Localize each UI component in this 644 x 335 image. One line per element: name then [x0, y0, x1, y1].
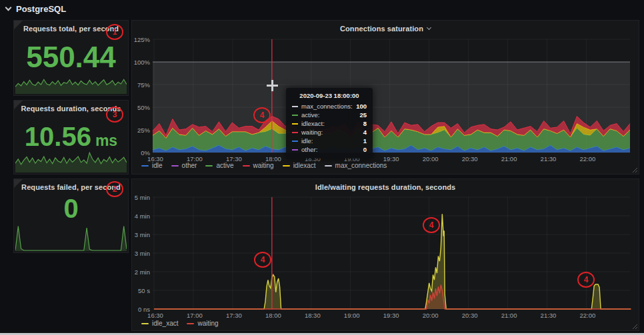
row-title: PostgreSQL [16, 4, 66, 14]
tooltip-row: waiting:4 [292, 128, 367, 137]
legend-label: waiting [197, 320, 218, 327]
legend-color-dash [171, 165, 179, 167]
tooltip-series-dash [292, 106, 298, 107]
legend-label: active [216, 162, 233, 169]
y-axis-tick: 50 s [132, 287, 150, 294]
legend-item-active[interactable]: active [205, 162, 233, 169]
tooltip-row: other:0 [292, 145, 367, 154]
legend-color-dash [283, 165, 290, 167]
y-axis-tick: 5 min [132, 194, 150, 201]
x-axis-tick: 21:30 [535, 312, 562, 319]
connections-saturation-plot[interactable] [132, 21, 639, 158]
row-header-postgresql[interactable]: PostgreSQL [0, 0, 644, 17]
tooltip-series-label: max_connections: [301, 102, 353, 111]
annotation-circle-4: 4 [253, 107, 271, 123]
tooltip-row: idlexact:8 [292, 119, 367, 128]
x-axis-tick: 22:00 [574, 155, 601, 163]
crosshair-icon [267, 80, 278, 91]
tooltip-series-value: 0 [363, 145, 367, 154]
legend-label: idlexact [293, 162, 316, 169]
tooltip-row: idle:1 [292, 137, 367, 145]
chevron-down-icon [5, 4, 12, 11]
y-axis-tick: 125% [132, 36, 150, 43]
stat-number: 550.44 [26, 41, 116, 74]
legend-item-waiting[interactable]: waiting [187, 320, 218, 327]
legend-item-waiting[interactable]: waiting [243, 162, 274, 169]
legend-label: waiting [253, 162, 274, 169]
sparkline [15, 215, 127, 251]
annotation-circle-2: 2 [106, 181, 123, 197]
idle-waiting-plot[interactable] [132, 179, 639, 312]
legend-item-idle[interactable]: idle [141, 162, 163, 169]
x-axis-tick: 16:30 [142, 312, 169, 319]
grafana-dashboard: PostgreSQL Requests total, per second 55… [0, 0, 644, 335]
tooltip-rows: max_connections:100active:25idlexact:8wa… [292, 102, 367, 154]
legend-item-max_connections[interactable]: max_connections [325, 162, 387, 169]
tooltip-series-value: 4 [363, 128, 367, 137]
legend-label: idle_xact [152, 320, 178, 327]
tooltip-series-label: active: [301, 111, 319, 119]
tooltip-series-value: 1 [363, 137, 367, 145]
sparkline [15, 74, 127, 94]
legend-color-dash [141, 323, 149, 324]
panel-resize-handle[interactable] [631, 323, 638, 330]
annotation-circle-4: 4 [254, 252, 271, 268]
sparkline [15, 150, 127, 172]
y-axis-tick: 3 min [132, 231, 150, 238]
x-axis-tick: 21:00 [496, 155, 523, 163]
y-axis-tick: 25% [132, 127, 150, 134]
tooltip-series-value: 8 [363, 119, 367, 128]
legend-color-dash [187, 323, 194, 324]
legend-label: other [182, 162, 197, 169]
y-axis-tick: 2 min [132, 268, 150, 276]
tooltip-series-value: 25 [359, 111, 367, 119]
legend-label: idle [152, 162, 163, 169]
x-axis-tick: 20:30 [457, 312, 483, 319]
annotation-circle-3: 3 [106, 107, 123, 123]
x-axis-tick: 21:00 [496, 312, 523, 319]
x-axis-tick: 18:30 [299, 312, 326, 319]
tooltip-series-dash [292, 132, 298, 133]
legend-item-idle_xact[interactable]: idle_xact [141, 320, 178, 327]
tooltip-series-label: idle: [301, 137, 313, 145]
x-axis-tick: 19:30 [378, 312, 405, 319]
panel-idle-waiting-duration: Idle/waiting requests duration, seconds … [131, 178, 639, 331]
y-axis-tick: 100% [132, 59, 150, 66]
y-axis-tick: 50% [132, 104, 150, 111]
x-axis-tick: 22:00 [574, 312, 601, 319]
x-axis-tick: 19:00 [339, 312, 365, 319]
legend-label: max_connections [335, 162, 387, 169]
tooltip-timestamp: 2020-09-23 18:00:00 [292, 92, 367, 99]
tooltip-row: active:25 [292, 111, 367, 119]
stat-number: 10.56 [25, 122, 91, 152]
legend-item-other[interactable]: other [171, 162, 197, 169]
tooltip-series-dash [292, 149, 298, 151]
x-axis-tick: 21:30 [535, 155, 562, 163]
legend-color-dash [325, 165, 332, 167]
tooltip-row: max_connections:100 [292, 102, 367, 111]
annotation-circle-1: 1 [106, 24, 123, 40]
tooltip-series-label: idlexact: [301, 119, 325, 128]
x-axis-tick: 17:30 [221, 312, 247, 319]
tooltip-series-label: other: [301, 145, 317, 154]
x-axis-tick: 20:00 [417, 312, 444, 319]
chart-tooltip: 2020-09-23 18:00:00 max_connections:100a… [286, 88, 373, 159]
x-axis-tick: 20:30 [457, 155, 483, 163]
x-axis-tick: 17:00 [181, 312, 208, 319]
x-axis-tick: 18:00 [260, 312, 287, 319]
y-axis-tick: 75% [132, 81, 150, 89]
x-axis-tick: 20:00 [417, 155, 444, 163]
tooltip-series-label: waiting: [301, 128, 323, 137]
panel-resize-handle[interactable] [631, 167, 638, 173]
panel-connections-saturation: Connections saturation 0%25%50%75%100%12… [131, 20, 639, 174]
chart-legend: idleotheractivewaitingidlexactmax_connec… [141, 162, 387, 169]
tooltip-series-value: 100 [356, 102, 367, 111]
legend-color-dash [141, 165, 149, 167]
annotation-circle-4: 4 [577, 272, 595, 288]
legend-item-idlexact[interactable]: idlexact [283, 162, 316, 169]
chart-legend: idle_xactwaiting [141, 320, 219, 327]
y-axis-tick: 4 min [132, 212, 150, 220]
legend-color-dash [243, 165, 250, 167]
y-axis-tick: 3 min [132, 250, 150, 257]
legend-color-dash [205, 165, 213, 167]
